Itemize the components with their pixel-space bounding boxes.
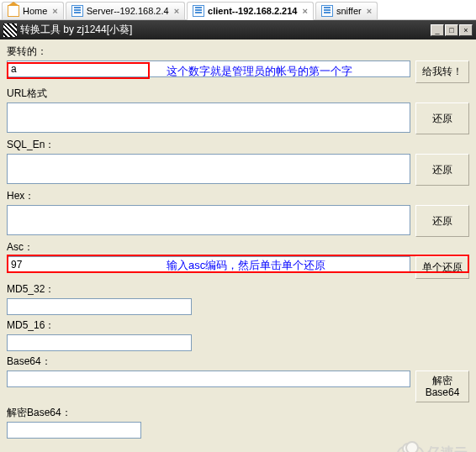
- url-restore-button[interactable]: 还原: [415, 102, 469, 134]
- hex-restore-button[interactable]: 还原: [415, 205, 469, 237]
- convert-label: 要转的：: [7, 45, 469, 59]
- tab-label: sniffer: [336, 6, 362, 16]
- close-button[interactable]: ×: [459, 24, 473, 36]
- page-icon: [321, 5, 333, 17]
- tab-label: Home: [23, 6, 47, 16]
- convert-note: 这个数字就是管理员的帐号的第一个字: [167, 64, 352, 79]
- decbase64-label: 解密Base64：: [7, 406, 469, 420]
- app-icon: [3, 24, 17, 37]
- home-icon: [8, 5, 19, 17]
- md516-input[interactable]: [7, 334, 192, 351]
- close-icon[interactable]: ×: [174, 6, 179, 16]
- tab-label: Server--192.168.2.4: [87, 6, 169, 16]
- window-titlebar: 转换工具 by zj1244[小葵] _ □ ×: [0, 20, 476, 39]
- md532-input[interactable]: [7, 298, 192, 315]
- base64-input[interactable]: [7, 371, 410, 387]
- watermark-text: 亿速云: [427, 444, 468, 452]
- tab-label: client--192.168.2.214: [208, 6, 297, 16]
- close-icon[interactable]: ×: [302, 6, 307, 16]
- tab-server[interactable]: Server--192.168.2.4 ×: [66, 2, 185, 19]
- convert-button[interactable]: 给我转！: [415, 60, 469, 83]
- base64-label: Base64：: [7, 355, 469, 369]
- tab-client[interactable]: client--192.168.2.214 ×: [187, 2, 314, 20]
- asc-note: 输入asc编码，然后单击单个还原: [167, 258, 325, 273]
- decbase64-input[interactable]: [7, 422, 141, 439]
- minimize-button[interactable]: _: [431, 24, 444, 36]
- window-body: 要转的： 给我转！ 这个数字就是管理员的帐号的第一个字 URL格式 还原 SQL…: [0, 39, 476, 452]
- base64-decode-button[interactable]: 解密Base64: [415, 371, 469, 402]
- watermark: 亿速云: [397, 444, 468, 452]
- page-icon: [71, 5, 83, 17]
- maximize-button[interactable]: □: [445, 24, 458, 36]
- md516-label: MD5_16：: [7, 318, 469, 333]
- close-icon[interactable]: ×: [52, 6, 57, 16]
- tab-sniffer[interactable]: sniffer ×: [315, 2, 378, 19]
- tab-bar: Home × Server--192.168.2.4 × client--192…: [0, 0, 476, 20]
- hex-input[interactable]: [7, 205, 410, 235]
- cloud-icon: [397, 446, 424, 453]
- sqlen-restore-button[interactable]: 还原: [415, 154, 469, 186]
- sqlen-input[interactable]: [7, 154, 410, 184]
- sqlen-label: SQL_En：: [7, 138, 469, 152]
- url-label: URL格式: [7, 87, 469, 101]
- tab-home[interactable]: Home ×: [2, 2, 64, 19]
- hex-label: Hex：: [7, 189, 469, 203]
- asc-restore-button[interactable]: 单个还原: [415, 256, 469, 279]
- md532-label: MD5_32：: [7, 282, 469, 297]
- page-icon: [193, 5, 204, 17]
- url-input[interactable]: [7, 102, 410, 133]
- asc-label: Asc：: [7, 240, 469, 255]
- window-title: 转换工具 by zj1244[小葵]: [20, 23, 431, 37]
- close-icon[interactable]: ×: [367, 6, 372, 16]
